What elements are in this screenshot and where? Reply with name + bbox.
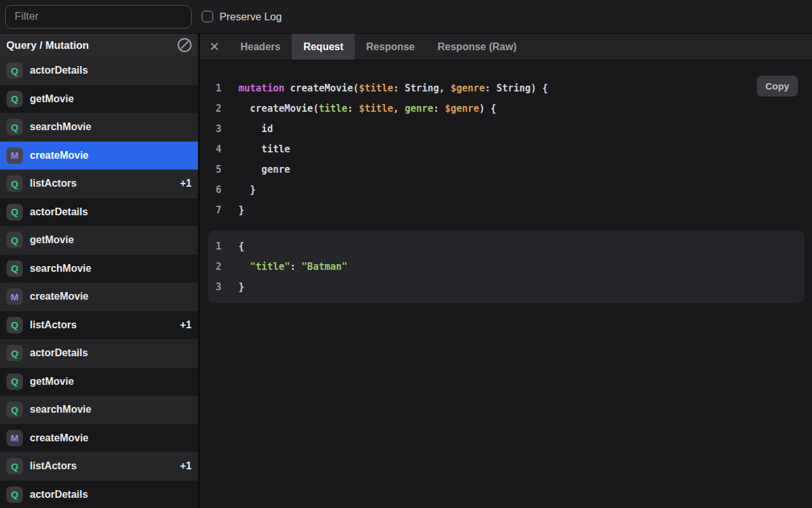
query-list-item[interactable]: QlistActors+1 [0,311,198,340]
tab-response[interactable]: Response [355,34,426,60]
code-text: "title": "Batman" [239,257,348,277]
code-line: 7} [200,200,812,220]
query-badge-icon: Q [6,204,23,220]
operation-name: getMovie [30,93,74,105]
query-list-item[interactable]: QsearchMovie [0,396,198,424]
code-line: 1mutation createMovie($title: String, $g… [200,78,812,98]
operation-name: createMovie [30,291,89,302]
code-line: 4 title [200,139,812,159]
code-text: } [239,180,256,200]
query-badge-icon: Q [6,317,23,333]
query-list-sidebar: Query / Mutation QactorDetailsQgetMovieQ… [0,34,200,508]
tab-bar: ✕ HeadersRequestResponseResponse (Raw) [200,34,812,60]
operation-name: actorDetails [30,65,88,76]
filter-input[interactable] [5,5,192,29]
query-list-item[interactable]: McreateMovie [0,424,198,453]
query-list-item[interactable]: QgetMovie [0,85,198,114]
code-text: id [239,119,273,139]
query-list-item[interactable]: QsearchMovie [0,113,198,142]
code-line: 2 "title": "Batman" [208,257,804,277]
line-number: 6 [200,180,239,200]
operation-name: createMovie [30,432,89,444]
query-badge-icon: Q [6,232,23,248]
query-list-item[interactable]: QactorDetails [0,198,198,227]
code-text: title [239,139,290,159]
sidebar-header: Query / Mutation [0,34,198,57]
line-number: 1 [208,236,239,257]
query-badge-icon: Q [6,260,23,277]
line-number: 3 [200,119,239,139]
query-list-item[interactable]: QlistActors+1 [0,170,198,198]
batch-count-badge: +1 [180,178,192,189]
code-text: } [239,200,244,220]
detail-panel: ✕ HeadersRequestResponseResponse (Raw) C… [200,34,812,508]
graphql-variables-code: 1{2 "title": "Batman"3} [208,231,804,303]
query-badge-icon: Q [6,401,23,418]
query-list-item[interactable]: QactorDetails [0,339,198,368]
query-badge-icon: Q [6,91,23,107]
copy-button[interactable]: Copy [757,76,799,97]
query-list-item[interactable]: McreateMovie [0,142,198,170]
code-text: } [239,277,244,297]
query-list-item[interactable]: QsearchMovie [0,255,198,283]
query-list-item[interactable]: QactorDetails [0,57,198,85]
code-line: 6 } [200,180,812,200]
operation-name: actorDetails [30,489,88,500]
tab-headers[interactable]: Headers [229,34,292,60]
operation-name: listActors [30,460,77,472]
clear-list-button[interactable] [178,38,192,52]
query-list-item[interactable]: McreateMovie [0,283,198,311]
operation-name: listActors [30,178,77,189]
tab-response-raw[interactable]: Response (Raw) [426,34,528,60]
mutation-badge-icon: M [6,288,23,305]
close-icon[interactable]: ✕ [200,34,229,60]
operation-name: searchMovie [30,121,91,133]
line-number: 7 [200,200,239,220]
line-number: 2 [200,98,239,119]
mutation-badge-icon: M [6,147,23,164]
tabs-container: HeadersRequestResponseResponse (Raw) [229,34,528,60]
query-list: QactorDetailsQgetMovieQsearchMovieMcreat… [0,57,198,508]
request-content: Copy 1mutation createMovie($title: Strin… [200,60,812,508]
query-badge-icon: Q [6,486,23,503]
query-list-item[interactable]: QactorDetails [0,481,198,508]
code-line: 3 id [200,119,812,139]
line-number: 3 [208,277,239,297]
query-list-item[interactable]: QgetMovie [0,368,198,396]
code-text: { [239,236,244,257]
operation-name: actorDetails [30,347,88,359]
batch-count-badge: +1 [180,319,192,331]
code-text: createMovie(title: $title, genre: $genre… [239,98,496,119]
operation-name: searchMovie [30,263,91,274]
operation-name: createMovie [30,150,89,161]
code-line: 5 genre [200,159,812,180]
tab-request[interactable]: Request [292,34,355,60]
query-list-item[interactable]: QlistActors+1 [0,452,198,481]
code-line: 3} [208,277,804,297]
operation-name: getMovie [30,376,74,387]
code-text: mutation createMovie($title: String, $ge… [239,78,548,98]
preserve-log-label: Preserve Log [219,11,282,23]
query-list-item[interactable]: QgetMovie [0,226,198,255]
query-badge-icon: Q [6,345,23,361]
preserve-log-checkbox[interactable] [202,11,213,22]
query-badge-icon: Q [6,458,23,474]
toolbar: Preserve Log [0,0,812,34]
line-number: 2 [208,257,239,277]
code-line: 1{ [208,236,804,257]
graphql-query-code: 1mutation createMovie($title: String, $g… [200,78,812,220]
line-number: 1 [200,78,239,98]
preserve-log-control: Preserve Log [202,11,282,23]
query-badge-icon: Q [6,62,23,79]
line-number: 4 [200,139,239,159]
mutation-badge-icon: M [6,430,23,446]
query-badge-icon: Q [6,373,23,390]
operation-name: getMovie [30,234,74,246]
query-badge-icon: Q [6,175,23,192]
line-number: 5 [200,159,239,180]
code-line: 2 createMovie(title: $title, genre: $gen… [200,98,812,119]
operation-name: searchMovie [30,404,91,415]
operation-name: listActors [30,319,77,331]
sidebar-title: Query / Mutation [6,39,89,51]
main-split: Query / Mutation QactorDetailsQgetMovieQ… [0,34,812,508]
